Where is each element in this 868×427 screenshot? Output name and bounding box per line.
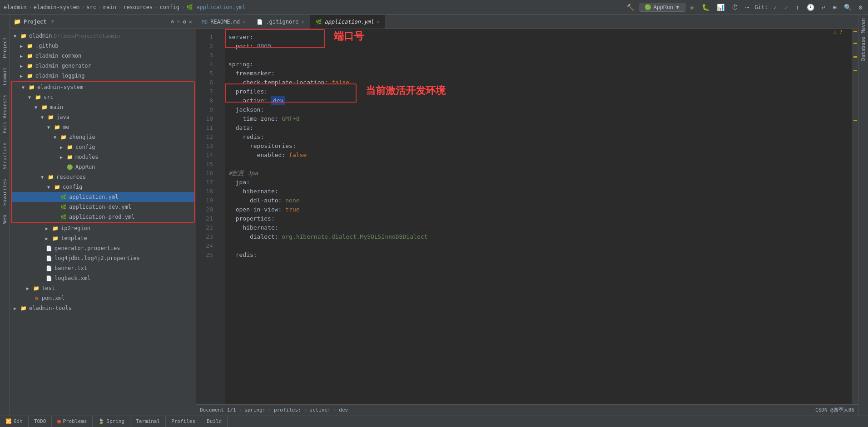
bc-main[interactable]: main [103,4,116,10]
src-folder[interactable]: ▼ 📁 src [12,92,194,102]
logback-xml-file[interactable]: 📄 logback.xml [10,273,196,283]
resources-folder[interactable]: ▼ 📁 resources [12,172,194,182]
readme-close[interactable]: ✕ [243,20,245,25]
structure-tab[interactable]: Structure [2,142,8,170]
java-config-folder[interactable]: ▶ 📁 config [12,142,194,152]
favorites-tab[interactable]: Favorites [2,179,8,206]
git-revert-icon[interactable]: ↩ [820,3,827,12]
zhengjie-folder-icon: 📁 [60,133,67,141]
me-label: me [63,124,69,130]
bottom-tab-problems[interactable]: Problems [52,416,93,427]
maven-tab[interactable]: Maven [860,18,866,33]
profiles-bottom-label: Profiles [171,418,195,424]
coverage-icon[interactable]: 📊 [715,3,726,12]
editor-gutter [217,29,225,404]
git-label: Git: [754,4,768,10]
layout-icon[interactable]: ⊞ [831,3,838,12]
debug-icon[interactable]: 🐛 [700,3,711,12]
project-panel-tab[interactable]: Project [2,37,8,58]
code-line-12: redis: [228,133,852,142]
tab-application-yml[interactable]: 🌿 application.yml ✕ [310,15,385,29]
editor-scrollbar[interactable]: ⚠ 7 [852,29,858,404]
java-folder[interactable]: ▼ 📁 java [12,112,194,122]
code-line-22: hibernate: [228,223,852,232]
eladmin-logging-folder[interactable]: ▶ 📁 eladmin-logging [10,71,196,81]
bc-resources[interactable]: resources [123,4,153,10]
application-dev-yml-file[interactable]: 🌿 application-dev.yml [12,202,194,212]
hide-icon[interactable]: ✕ [189,19,192,25]
commit-tab[interactable]: Commit [2,67,8,85]
modules-label: modules [75,154,99,160]
settings-icon[interactable]: ⚙ [857,3,864,12]
run-icon[interactable]: 🔨 [625,3,636,12]
bc-file[interactable]: 🌿 application.yml [186,4,246,10]
gear-icon[interactable]: ⚙ [183,19,186,25]
code-lines[interactable]: 端口号 当前激活开发环境 server: port: 8000 [225,29,852,404]
application-prod-yml-file[interactable]: 🌿 application-prod.yml [12,212,194,222]
lp-label: log4jdbc.log4j2.properties [55,255,140,261]
eladmin-system-folder[interactable]: ▼ 📁 eladmin-system [12,82,194,92]
test-folder[interactable]: ▶ 📁 test [10,283,196,293]
ip2region-folder[interactable]: ▶ 📁 ip2region [10,223,196,233]
template-folder[interactable]: ▶ 📁 template [10,233,196,243]
eladmin-generator-folder[interactable]: ▶ 📁 eladmin-generator [10,61,196,71]
me-folder[interactable]: ▼ 📁 me [12,122,194,132]
scope-icon[interactable]: ⊙ [171,19,174,25]
eladmin-tools-folder[interactable]: ▶ 📁 eladmin-tools [10,303,196,313]
code-line-7: profiles: [228,87,852,96]
gitignore-close[interactable]: ✕ [302,20,304,25]
git-bottom-label: Git [14,418,23,424]
bottom-tab-git[interactable]: 🔀 Git [0,416,29,427]
apprun-button[interactable]: 🟢 AppRun ▼ [640,3,685,12]
test-label: test [42,285,55,291]
status-document: Document 1/1 [200,407,236,413]
more-run-icon[interactable]: ⋯ [744,3,751,12]
main-folder[interactable]: ▼ 📁 main [12,102,194,112]
bottom-bar: 🔀 Git TODO Problems 🍃 Spring Terminal Pr… [0,415,868,427]
git-history-icon[interactable]: 🕐 [805,3,816,12]
collapse-icon[interactable]: ≡ [177,19,180,25]
tab-gitignore[interactable]: 📄 .gitignore ✕ [251,15,310,29]
pom-xml-file[interactable]: m pom.xml [10,293,196,303]
dropdown-arrow[interactable]: ▼ [51,19,55,25]
zhengjie-folder[interactable]: ▼ 📁 zhengjie [12,132,194,142]
banner-txt-file[interactable]: 📄 banner.txt [10,263,196,273]
spring-bottom-label: Spring [106,418,124,424]
search-everywhere-icon[interactable]: 🔍 [842,3,853,12]
bottom-tab-spring[interactable]: 🍃 Spring [93,416,130,427]
modules-folder[interactable]: ▶ 📁 modules [12,152,194,162]
tree-root[interactable]: ▼ 📁 eladmin D:\ideaProject\eladmin [10,31,196,41]
git-check2-icon[interactable]: ✓ [783,3,790,12]
pull-requests-tab[interactable]: Pull Requests [2,94,8,133]
yml-tab-icon: 🌿 [316,19,322,25]
bc-eladmin[interactable]: eladmin [4,4,27,10]
github-folder[interactable]: ▶ 📁 .github [10,41,196,51]
problems-error-icon [57,420,61,423]
generator-props-file[interactable]: 📄 generator.properties [10,243,196,253]
git-push-icon[interactable]: ↑ [794,3,801,12]
database-tab[interactable]: Database [860,37,866,61]
bc-config[interactable]: config [160,4,179,10]
bc-eladmin-system[interactable]: eladmin-system [34,4,79,10]
yml-close[interactable]: ✕ [377,20,379,25]
eladmin-common-folder[interactable]: ▶ 📁 eladmin-common [10,51,196,61]
config-folder[interactable]: ▼ 📁 config [12,182,194,192]
root-path: D:\ideaProject\eladmin [54,33,120,39]
bc-src[interactable]: src [86,4,96,10]
bottom-tab-todo[interactable]: TODO [29,416,52,427]
apprun-file[interactable]: 🟢 AppRun [12,162,194,172]
log4j-props-file[interactable]: 📄 log4jdbc.log4j2.properties [10,253,196,263]
java-arrow: ▼ [41,115,47,120]
tab-readme[interactable]: MD README.md ✕ [196,15,251,29]
bottom-tab-profiles[interactable]: Profiles [166,416,201,427]
web-tab[interactable]: Web [2,215,8,224]
play-icon[interactable]: ▶ [689,3,696,12]
application-yml-file[interactable]: 🌿 application.yml [12,192,194,202]
git-check1-icon[interactable]: ✓ [771,3,779,12]
bottom-tab-build[interactable]: Build [201,416,228,427]
bt-icon: 📄 [45,265,53,272]
java-label: java [56,114,69,120]
yml-tab-label: application.yml [325,19,374,25]
bottom-tab-terminal[interactable]: Terminal [130,416,166,427]
profile-icon[interactable]: ⏱ [730,3,740,12]
